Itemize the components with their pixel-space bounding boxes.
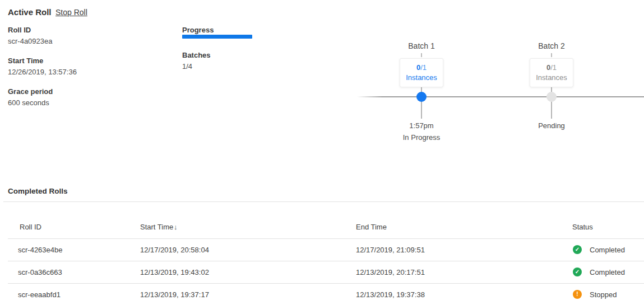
batch-1-dot bbox=[416, 92, 427, 102]
progress-bar bbox=[182, 35, 252, 39]
batch-2-time: Pending bbox=[538, 121, 565, 130]
start-time-label: Start Time bbox=[8, 57, 43, 65]
column-header-status[interactable]: Status bbox=[572, 223, 593, 231]
grace-period-value: 600 seconds bbox=[8, 98, 49, 107]
roll-id-label: Roll ID bbox=[8, 26, 31, 34]
row-start-time: 12/13/2019, 19:43:02 bbox=[140, 268, 209, 276]
row-roll-id: scr-eeaabfd1 bbox=[18, 290, 61, 299]
roll-id-value: scr-4a0923ea bbox=[8, 37, 53, 45]
batches-value: 1/4 bbox=[182, 62, 192, 71]
column-header-roll-id[interactable]: Roll ID bbox=[20, 223, 41, 231]
batch-2-tick bbox=[551, 53, 552, 57]
batch-2-dot bbox=[546, 92, 557, 102]
row-start-time: 12/17/2019, 20:58:04 bbox=[140, 246, 209, 254]
batch-1-tick bbox=[421, 53, 422, 57]
roll-dashboard: Active Roll Stop Roll Roll ID scr-4a0923… bbox=[0, 0, 644, 305]
batch-2-instances-card[interactable]: 0/1 Instances bbox=[530, 58, 573, 87]
stop-roll-link[interactable]: Stop Roll bbox=[55, 8, 87, 17]
column-header-end-time[interactable]: End Time bbox=[356, 223, 387, 231]
sort-descending-icon[interactable]: ↓ bbox=[174, 223, 178, 231]
batch-1-instances-label: Instances bbox=[400, 73, 443, 83]
row-roll-id: scr-4263e4be bbox=[18, 246, 63, 254]
status-badge: Completed bbox=[590, 246, 625, 254]
row-end-time: 12/17/2019, 21:09:51 bbox=[356, 246, 425, 254]
section-divider bbox=[3, 201, 644, 202]
status-badge: Stopped bbox=[590, 290, 617, 299]
batch-2-instances-label: Instances bbox=[530, 73, 573, 83]
progress-label: Progress bbox=[182, 26, 214, 34]
status-completed-icon: ✓ bbox=[573, 268, 582, 276]
start-time-value: 12/26/2019, 13:57:36 bbox=[8, 68, 77, 76]
status-stopped-icon: ! bbox=[573, 290, 582, 299]
row-start-time: 12/13/2019, 19:37:17 bbox=[140, 290, 209, 299]
row-end-time: 12/13/2019, 20:17:51 bbox=[356, 268, 425, 276]
batch-2-name: Batch 2 bbox=[538, 41, 564, 50]
column-header-start-time[interactable]: Start Time bbox=[140, 223, 173, 231]
batch-1-status: In Progress bbox=[403, 133, 440, 142]
timeline-axis bbox=[357, 96, 644, 97]
row-divider bbox=[8, 283, 644, 284]
batch-1-time: 1:57pm bbox=[409, 121, 433, 130]
row-end-time: 12/13/2019, 19:37:38 bbox=[356, 290, 425, 299]
batches-label: Batches bbox=[182, 51, 211, 59]
table-header-divider bbox=[8, 238, 644, 239]
active-roll-title: Active Roll bbox=[8, 7, 52, 17]
grace-period-label: Grace period bbox=[8, 87, 53, 96]
batch-1-instance-count: 0/1 bbox=[400, 63, 443, 73]
batch-1-instances-card[interactable]: 0/1 Instances bbox=[400, 58, 443, 87]
status-badge: Completed bbox=[590, 268, 625, 276]
row-divider bbox=[8, 261, 644, 261]
row-roll-id: scr-0a36c663 bbox=[18, 268, 62, 276]
batch-2-instance-count: 0/1 bbox=[530, 63, 573, 73]
batch-1-name: Batch 1 bbox=[408, 41, 434, 50]
progress-bar-fill bbox=[182, 35, 252, 39]
status-completed-icon: ✓ bbox=[573, 245, 582, 254]
completed-rolls-title: Completed Rolls bbox=[8, 187, 68, 195]
